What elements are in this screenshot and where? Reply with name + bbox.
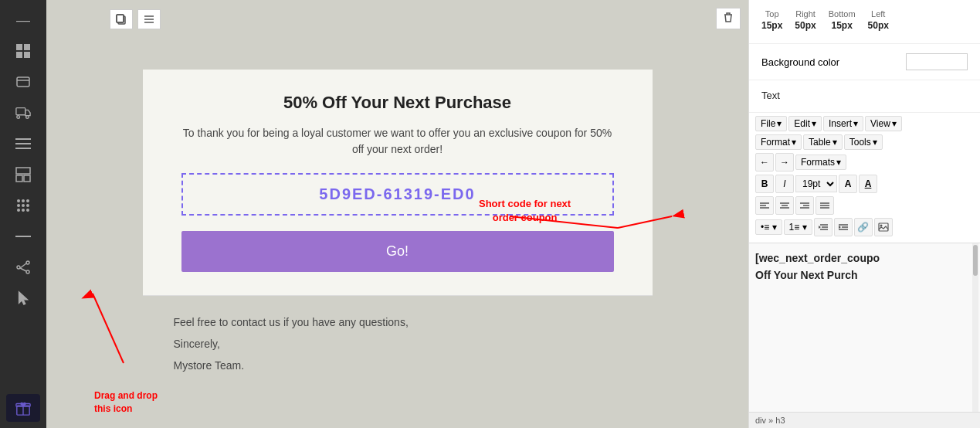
- footer-section: Feel free to contact us if you have any …: [143, 296, 653, 392]
- svg-rect-13: [16, 175, 22, 182]
- copy-block-button[interactable]: [110, 9, 133, 29]
- svg-rect-34: [117, 15, 124, 22]
- toolbar-row-6: •≡ ▾ 1≡ ▾ 🔗: [755, 218, 974, 236]
- text-section-header: Text: [749, 80, 980, 113]
- italic-button[interactable]: I: [775, 175, 794, 193]
- editor-breadcrumb: div » h3: [755, 416, 785, 425]
- insert-menu-button[interactable]: Insert ▾: [823, 116, 863, 131]
- footer-line3: Mystore Team.: [174, 355, 622, 376]
- spacing-top: Top 15px: [761, 9, 782, 31]
- svg-rect-12: [16, 168, 30, 174]
- editor-footer: div » h3: [749, 412, 980, 428]
- spacing-bottom: Bottom 15px: [829, 9, 856, 31]
- gift-sidebar-item[interactable]: [6, 394, 40, 422]
- move-block-button[interactable]: [137, 9, 161, 29]
- go-button[interactable]: Go!: [181, 231, 614, 272]
- coupon-block: 50% Off Your Next Purchase To thank you …: [143, 70, 653, 295]
- svg-rect-6: [16, 108, 25, 115]
- file-menu-button[interactable]: File ▾: [755, 116, 787, 131]
- bg-color-row: Background color: [761, 53, 968, 70]
- edit-menu-button[interactable]: Edit ▾: [788, 116, 822, 131]
- font-size-select[interactable]: 19pt 12pt 14pt 16pt 18pt 24pt: [795, 175, 837, 192]
- vertical-scrollbar[interactable]: [972, 243, 978, 412]
- link-button[interactable]: 🔗: [854, 218, 873, 236]
- left-label: Left: [871, 9, 885, 19]
- top-value: 15px: [761, 20, 782, 31]
- svg-rect-2: [16, 52, 22, 58]
- svg-point-19: [22, 204, 25, 207]
- editor-text: [wec_next_order_coupo Off Your Next Purc…: [755, 250, 974, 284]
- spacing-section: Top 15px Right 50px Bottom 15px Left 50p…: [749, 0, 980, 44]
- align-left-button[interactable]: [755, 196, 774, 215]
- left-sidebar: —: [0, 0, 46, 428]
- svg-point-17: [26, 199, 29, 202]
- format-menu-button[interactable]: Format ▾: [755, 134, 802, 150]
- indent-button[interactable]: [834, 218, 853, 236]
- minus-sidebar-item[interactable]: —: [6, 6, 40, 34]
- svg-rect-3: [24, 52, 30, 58]
- table-menu-button[interactable]: Table ▾: [803, 134, 843, 150]
- right-value: 50px: [795, 20, 816, 31]
- lines-sidebar-item[interactable]: [6, 130, 40, 158]
- svg-rect-9: [15, 138, 31, 140]
- canvas-scroll[interactable]: 50% Off Your Next Purchase To thank you …: [46, 0, 748, 428]
- align-justify-button[interactable]: [816, 196, 834, 215]
- right-label: Right: [795, 9, 816, 19]
- grid-sidebar-item[interactable]: [6, 37, 40, 65]
- svg-point-22: [22, 209, 25, 212]
- ul-list-button[interactable]: •≡ ▾: [755, 219, 782, 235]
- svg-rect-4: [17, 77, 29, 87]
- svg-line-29: [20, 268, 26, 271]
- svg-rect-11: [15, 148, 31, 149]
- font-highlight-button[interactable]: A: [859, 175, 877, 193]
- bold-button[interactable]: B: [755, 175, 774, 193]
- tools-menu-button[interactable]: Tools ▾: [844, 134, 883, 150]
- svg-point-21: [17, 209, 20, 212]
- spacing-left: Left 50px: [868, 9, 889, 31]
- editor-line1: [wec_next_order_coupo: [755, 252, 880, 264]
- editor-content-area[interactable]: [wec_next_order_coupo Off Your Next Purc…: [749, 243, 980, 412]
- right-panel: Top 15px Right 50px Bottom 15px Left 50p…: [748, 0, 980, 428]
- image-button[interactable]: [874, 218, 893, 236]
- bg-color-swatch[interactable]: [906, 53, 968, 70]
- apps-sidebar-item[interactable]: [6, 192, 40, 219]
- bg-color-label: Background color: [761, 56, 839, 68]
- bottom-label: Bottom: [829, 9, 856, 19]
- toolbar-row-3: ← → Formats ▾: [755, 153, 974, 172]
- text-label: Text: [761, 90, 968, 101]
- blocks-sidebar-item[interactable]: [6, 161, 40, 189]
- toolbar-row-4: B I 19pt 12pt 14pt 16pt 18pt 24pt A A: [755, 175, 974, 193]
- truck-sidebar-item[interactable]: [6, 99, 40, 127]
- left-value: 50px: [868, 20, 889, 31]
- svg-point-26: [17, 266, 20, 269]
- svg-line-28: [20, 263, 26, 268]
- toolbar-row-2: Format ▾ Table ▾ Tools ▾: [755, 134, 974, 150]
- svg-point-23: [26, 209, 29, 212]
- view-menu-button[interactable]: View ▾: [865, 116, 902, 131]
- svg-rect-24: [15, 236, 31, 237]
- align-right-button[interactable]: [795, 196, 814, 215]
- toolbar-row-5: [755, 196, 974, 215]
- outdent-button[interactable]: [814, 218, 832, 236]
- font-color-button[interactable]: A: [839, 175, 857, 193]
- delete-block-button[interactable]: [716, 8, 741, 29]
- ol-list-button[interactable]: 1≡ ▾: [784, 219, 812, 235]
- svg-point-16: [22, 199, 25, 202]
- share-sidebar-item[interactable]: [6, 253, 40, 281]
- undo-button[interactable]: ←: [755, 153, 774, 172]
- bg-color-section: Background color: [749, 44, 980, 80]
- card-sidebar-item[interactable]: [6, 68, 40, 96]
- coupon-code-text: 5D9ED-61319-ED0: [319, 185, 475, 202]
- formats-dropdown[interactable]: Formats ▾: [795, 155, 846, 170]
- scrollbar-thumb[interactable]: [973, 245, 978, 276]
- redo-button[interactable]: →: [775, 153, 794, 172]
- top-label: Top: [765, 9, 779, 19]
- align-center-button[interactable]: [775, 196, 794, 215]
- dash2-sidebar-item[interactable]: [6, 222, 40, 250]
- svg-point-63: [880, 225, 882, 227]
- bottom-value: 15px: [831, 20, 852, 31]
- cursor-sidebar-item[interactable]: [6, 284, 40, 312]
- svg-rect-14: [24, 175, 30, 182]
- spacing-row: Top 15px Right 50px Bottom 15px Left 50p…: [761, 9, 968, 31]
- coupon-title: 50% Off Your Next Purchase: [181, 93, 614, 113]
